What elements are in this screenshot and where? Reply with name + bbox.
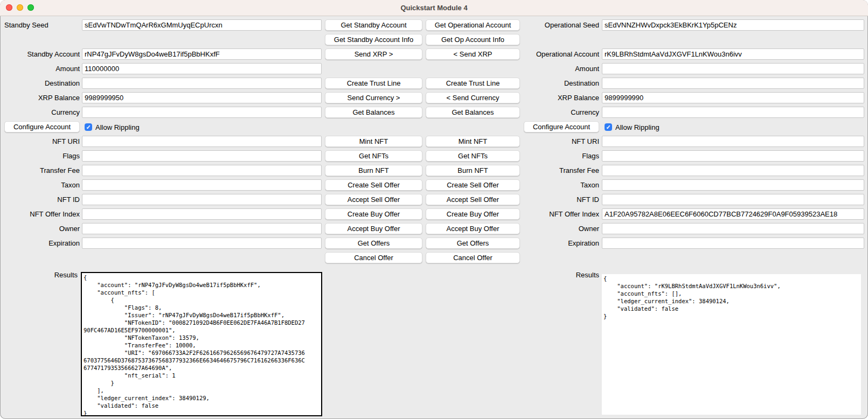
standby-cancel-offer-button[interactable]: Cancel Offer (325, 252, 422, 263)
standby-nft-id-label: NFT ID (0, 194, 80, 205)
operational-account-input[interactable] (602, 48, 864, 60)
standby-flags-input[interactable] (82, 150, 322, 162)
operational-xrp-balance-label: XRP Balance (517, 92, 599, 103)
operational-nft-id-input[interactable] (602, 194, 864, 205)
standby-get-account-button[interactable]: Get Standby Account (325, 19, 422, 31)
operational-accept-sell-offer-button[interactable]: Accept Sell Offer (426, 194, 520, 205)
standby-owner-input[interactable] (82, 223, 322, 234)
standby-transfer-fee-label: Transfer Fee (0, 165, 80, 176)
operational-get-account-button[interactable]: Get Operational Account (426, 19, 520, 31)
operational-get-nfts-button[interactable]: Get NFTs (426, 150, 520, 162)
standby-get-offers-button[interactable]: Get Offers (325, 238, 422, 249)
standby-get-nfts-button[interactable]: Get NFTs (325, 150, 422, 162)
operational-destination-input[interactable] (602, 78, 864, 89)
standby-taxon-input[interactable] (82, 179, 322, 191)
operational-send-currency-button[interactable]: < Send Currency (426, 92, 520, 103)
standby-nft-uri-input[interactable] (82, 136, 322, 147)
operational-amount-label: Amount (517, 63, 599, 74)
operational-cancel-offer-button[interactable]: Cancel Offer (426, 252, 520, 263)
close-window-icon[interactable] (6, 4, 12, 11)
standby-create-buy-offer-button[interactable]: Create Buy Offer (325, 208, 422, 220)
operational-allow-rippling-label: Allow Rippling (615, 122, 659, 133)
operational-mint-nft-button[interactable]: Mint NFT (426, 136, 520, 147)
operational-transfer-fee-label: Transfer Fee (517, 165, 599, 176)
operational-amount-input[interactable] (602, 63, 864, 74)
standby-transfer-fee-input[interactable] (82, 165, 322, 176)
standby-expiration-label: Expiration (0, 238, 80, 249)
standby-xrp-balance-label: XRP Balance (0, 92, 80, 103)
standby-create-trust-line-button[interactable]: Create Trust Line (325, 78, 422, 89)
operational-accept-buy-offer-button[interactable]: Accept Buy Offer (426, 223, 520, 234)
operational-expiration-input[interactable] (602, 238, 864, 249)
standby-configure-account-button[interactable]: Configure Account (4, 121, 80, 132)
standby-owner-label: Owner (0, 223, 80, 234)
operational-allow-rippling-checkbox[interactable] (605, 123, 612, 131)
operational-currency-label: Currency (517, 107, 599, 118)
operational-results-label: Results (517, 269, 599, 281)
standby-get-balances-button[interactable]: Get Balances (325, 107, 422, 118)
operational-nft-offer-index-input[interactable] (602, 208, 864, 220)
minimize-window-icon[interactable] (17, 4, 23, 11)
operational-configure-account-button[interactable]: Configure Account (524, 121, 599, 132)
standby-send-xrp-button[interactable]: Send XRP > (325, 48, 422, 60)
operational-nft-id-label: NFT ID (517, 194, 599, 205)
standby-currency-input[interactable] (82, 107, 322, 118)
standby-taxon-label: Taxon (0, 179, 80, 191)
standby-nft-offer-index-label: NFT Offer Index (0, 208, 80, 220)
standby-nft-uri-label: NFT URI (0, 136, 80, 147)
standby-xrp-balance-input[interactable] (82, 92, 322, 103)
operational-seed-label: Operational Seed (517, 19, 599, 31)
standby-amount-label: Amount (0, 63, 80, 74)
operational-results-textarea[interactable]: { "account": "rK9LBRhStdmtAaVdJXGVF1LnKW… (602, 274, 861, 415)
standby-send-currency-button[interactable]: Send Currency > (325, 92, 422, 103)
operational-flags-label: Flags (517, 150, 599, 162)
operational-nft-uri-input[interactable] (602, 136, 864, 147)
standby-destination-label: Destination (0, 78, 80, 89)
operational-nft-offer-index-label: NFT Offer Index (517, 208, 599, 220)
operational-taxon-input[interactable] (602, 179, 864, 191)
operational-transfer-fee-input[interactable] (602, 165, 864, 176)
standby-seed-input[interactable] (82, 19, 322, 31)
standby-results-label: Results (0, 269, 78, 281)
operational-owner-label: Owner (517, 223, 599, 234)
operational-taxon-label: Taxon (517, 179, 599, 191)
window-title: Quickstart Module 4 (0, 0, 868, 16)
operational-create-trust-line-button[interactable]: Create Trust Line (426, 78, 520, 89)
standby-results-textarea[interactable]: { "account": "rNP47gJFvDyW8gsDo4weB17if5… (81, 272, 322, 416)
standby-get-account-info-button[interactable]: Get Standby Account Info (325, 34, 422, 45)
standby-destination-input[interactable] (82, 78, 322, 89)
standby-seed-label: Standby Seed (4, 19, 48, 31)
standby-account-input[interactable] (82, 48, 322, 60)
operational-expiration-label: Expiration (517, 238, 599, 249)
operational-send-xrp-button[interactable]: < Send XRP (426, 48, 520, 60)
operational-create-sell-offer-button[interactable]: Create Sell Offer (426, 179, 520, 191)
standby-allow-rippling-label: Allow Rippling (95, 122, 140, 133)
operational-account-label: Operational Account (517, 48, 599, 60)
standby-account-label: Standby Account (0, 48, 80, 60)
operational-get-balances-button[interactable]: Get Balances (426, 107, 520, 118)
zoom-window-icon[interactable] (27, 4, 34, 11)
standby-accept-buy-offer-button[interactable]: Accept Buy Offer (325, 223, 422, 234)
operational-currency-input[interactable] (602, 107, 864, 118)
standby-create-sell-offer-button[interactable]: Create Sell Offer (325, 179, 422, 191)
operational-burn-nft-button[interactable]: Burn NFT (426, 165, 520, 176)
standby-amount-input[interactable] (82, 63, 322, 74)
operational-get-account-info-button[interactable]: Get Op Account Info (426, 34, 520, 45)
operational-create-buy-offer-button[interactable]: Create Buy Offer (426, 208, 520, 220)
standby-burn-nft-button[interactable]: Burn NFT (325, 165, 422, 176)
operational-xrp-balance-input[interactable] (602, 92, 864, 103)
operational-get-offers-button[interactable]: Get Offers (426, 238, 520, 249)
operational-seed-input[interactable] (602, 19, 864, 31)
standby-accept-sell-offer-button[interactable]: Accept Sell Offer (325, 194, 422, 205)
title-bar: Quickstart Module 4 (0, 0, 868, 16)
standby-mint-nft-button[interactable]: Mint NFT (325, 136, 422, 147)
standby-expiration-input[interactable] (82, 238, 322, 249)
operational-nft-uri-label: NFT URI (517, 136, 599, 147)
standby-currency-label: Currency (0, 107, 80, 118)
standby-flags-label: Flags (0, 150, 80, 162)
standby-allow-rippling-checkbox[interactable] (85, 123, 92, 131)
operational-owner-input[interactable] (602, 223, 864, 234)
standby-nft-id-input[interactable] (82, 194, 322, 205)
operational-flags-input[interactable] (602, 150, 864, 162)
standby-nft-offer-index-input[interactable] (82, 208, 322, 220)
